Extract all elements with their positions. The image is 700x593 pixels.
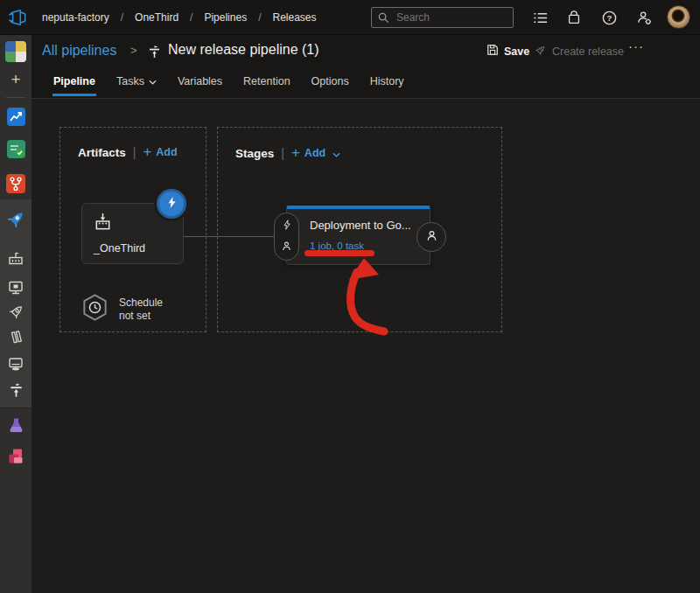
save-button[interactable]: Save <box>486 44 529 59</box>
schedule-trigger[interactable]: Schedule not set <box>80 292 163 326</box>
sidebar-item-repos[interactable] <box>0 174 32 193</box>
sidebar-item-builds[interactable] <box>0 303 32 324</box>
build-artifact-icon <box>93 212 113 235</box>
chevron-down-icon <box>332 145 340 161</box>
artifact-stage-connector-line <box>184 236 275 237</box>
cd-trigger-badge[interactable] <box>157 189 186 219</box>
breadcrumb-separator: / <box>121 11 123 24</box>
person-icon <box>425 229 438 246</box>
search-input[interactable] <box>395 8 508 27</box>
schedule-clock-icon <box>80 292 110 326</box>
add-artifact-button[interactable]: + Add <box>143 146 177 158</box>
more-actions-button[interactable]: ··· <box>628 38 644 53</box>
marketplace-bag-icon[interactable] <box>564 7 584 28</box>
rocket-outline-icon <box>7 303 25 324</box>
breadcrumb-pipelines[interactable]: Pipelines <box>204 11 247 24</box>
search-box <box>371 7 514 28</box>
pipeline-canvas: Artifacts | + Add Stages | + Add <box>32 99 700 593</box>
project-avatar[interactable] <box>0 41 32 64</box>
breadcrumb-organization[interactable]: neputa-factory <box>42 11 109 24</box>
library-books-icon <box>8 329 24 349</box>
stages-title: Stages <box>235 147 274 160</box>
test-plans-icon <box>7 140 25 158</box>
tab-pipeline[interactable]: Pipeline <box>52 68 96 96</box>
tab-tasks[interactable]: Tasks <box>116 68 158 96</box>
sidebar-item-test-lab[interactable] <box>0 416 32 438</box>
azure-devops-logo-icon[interactable] <box>8 8 27 27</box>
breadcrumb-separator: / <box>258 11 261 24</box>
flask-icon <box>7 416 25 438</box>
release-pipeline-icon <box>147 45 162 63</box>
sidebar-item-releases[interactable] <box>0 382 32 402</box>
create-release-label: Create release <box>552 45 624 58</box>
add-project-icon[interactable]: + <box>0 70 32 89</box>
sidebar-item-test-plans[interactable] <box>0 140 32 158</box>
plus-icon: + <box>143 146 151 158</box>
schedule-label-line2: not set <box>119 310 163 323</box>
sidebar-item-pipelines[interactable] <box>0 208 32 234</box>
tab-history[interactable]: History <box>369 68 405 96</box>
sidebar-item-environments[interactable] <box>0 249 32 270</box>
breadcrumb-releases[interactable]: Releases <box>272 11 316 24</box>
releases-flag-icon <box>8 382 24 402</box>
lightning-bolt-icon <box>165 196 178 213</box>
post-deployment-conditions-button[interactable] <box>416 222 446 252</box>
header-breadcrumb-separator: > <box>130 44 137 57</box>
pre-deployment-conditions-button[interactable] <box>274 213 299 261</box>
stage-card[interactable]: Deployment to Go... 1 job, 0 task <box>286 206 430 265</box>
breadcrumb: neputa-factory / OneThird / Pipelines / … <box>42 0 317 35</box>
breadcrumb-separator: / <box>190 11 192 24</box>
save-label: Save <box>504 45 529 58</box>
tab-variables[interactable]: Variables <box>177 68 223 96</box>
artifacts-boxes-icon <box>6 446 25 469</box>
sidebar-item-library[interactable] <box>0 329 32 349</box>
save-floppy-icon <box>486 44 499 59</box>
tab-retention[interactable]: Retention <box>242 68 291 96</box>
add-stage-button[interactable]: + Add <box>291 145 340 161</box>
page-header: All pipelines > New release pipeline (1)… <box>32 35 700 99</box>
sidebar-item-deployment-groups[interactable] <box>0 279 32 300</box>
pipelines-rocket-icon <box>4 208 27 234</box>
search-icon <box>377 11 390 28</box>
artifact-name: _OneThird <box>94 242 145 255</box>
tab-options[interactable]: Options <box>311 68 350 96</box>
tab-bar: Pipeline Tasks Variables Retention Optio… <box>52 68 405 99</box>
artifacts-title: Artifacts <box>78 146 126 159</box>
all-pipelines-link[interactable]: All pipelines <box>42 43 116 59</box>
repos-icon <box>6 174 25 193</box>
left-sidebar: + <box>0 35 32 593</box>
create-release-rocket-icon <box>534 44 547 59</box>
sidebar-item-task-groups[interactable] <box>0 355 32 376</box>
stage-jobs-tasks-link[interactable]: 1 job, 0 task <box>310 241 364 251</box>
environments-building-icon <box>7 249 24 270</box>
plus-icon: + <box>291 147 300 159</box>
boards-icon <box>7 108 25 126</box>
top-bar: neputa-factory / OneThird / Pipelines / … <box>0 0 700 35</box>
user-settings-icon[interactable] <box>634 7 654 28</box>
stage-title: Deployment to Go... <box>310 219 422 232</box>
page-title: New release pipeline (1) <box>168 42 319 58</box>
help-icon[interactable]: ? <box>598 7 620 28</box>
work-items-list-icon[interactable] <box>529 7 550 28</box>
lightning-bolt-icon <box>282 218 292 234</box>
breadcrumb-project[interactable]: OneThird <box>135 11 178 24</box>
monitor-icon <box>7 279 24 300</box>
sidebar-item-boards[interactable] <box>0 108 32 126</box>
task-groups-icon <box>7 355 24 376</box>
user-avatar[interactable] <box>667 5 690 29</box>
chevron-down-icon <box>149 75 157 87</box>
person-icon <box>281 240 292 255</box>
sidebar-item-artifacts[interactable] <box>0 446 32 469</box>
create-release-button[interactable]: Create release <box>534 44 624 59</box>
sidebar-divider <box>6 97 25 98</box>
svg-text:?: ? <box>606 12 612 22</box>
schedule-label-line1: Schedule <box>119 296 163 310</box>
